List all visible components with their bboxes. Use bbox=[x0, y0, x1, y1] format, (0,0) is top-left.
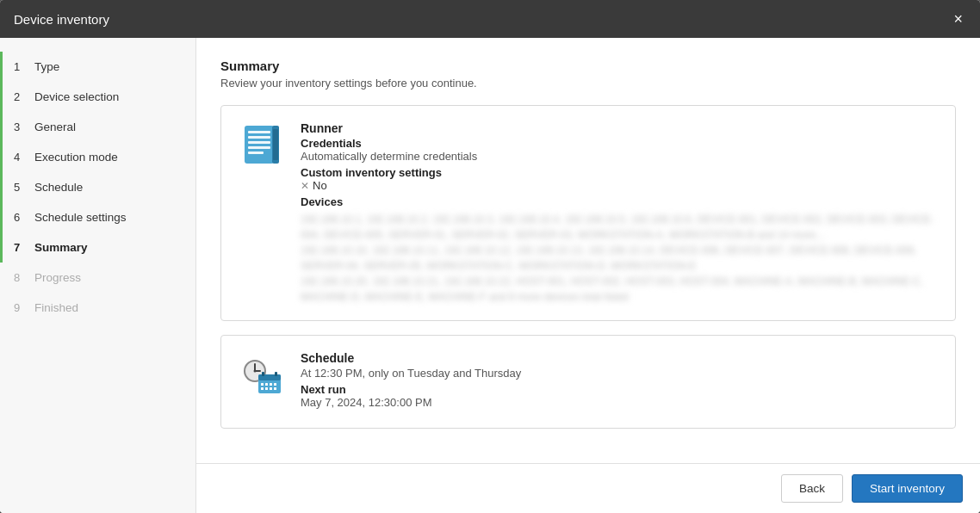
step-number: 8 bbox=[14, 271, 26, 284]
schedule-value: At 12:30 PM, only on Tuesday and Thursda… bbox=[301, 367, 938, 380]
step-number: 6 bbox=[14, 211, 26, 224]
sidebar-item-summary[interactable]: 7Summary bbox=[0, 232, 195, 263]
runner-icon bbox=[239, 121, 285, 168]
device-inventory-modal: Device inventory × 1Type2Device selectio… bbox=[0, 0, 980, 513]
runner-title: Runner bbox=[301, 121, 938, 135]
svg-rect-16 bbox=[275, 372, 277, 376]
svg-rect-3 bbox=[248, 141, 270, 144]
devices-label: Devices bbox=[301, 195, 938, 208]
devices-blurred-value: 192.168.10.1, 192.168.10.2, 192.168.10.3… bbox=[301, 212, 938, 305]
step-number: 4 bbox=[14, 151, 26, 164]
modal-body: 1Type2Device selection3General4Execution… bbox=[0, 38, 980, 513]
step-label: Schedule settings bbox=[34, 211, 127, 224]
svg-rect-22 bbox=[265, 387, 268, 390]
sidebar-item-execution-mode[interactable]: 4Execution mode bbox=[0, 142, 195, 172]
svg-rect-18 bbox=[265, 383, 268, 386]
schedule-card: Schedule At 12:30 PM, only on Tuesday an… bbox=[220, 335, 956, 429]
modal-title: Device inventory bbox=[14, 12, 109, 27]
svg-rect-14 bbox=[258, 374, 281, 380]
section-title: Summary bbox=[220, 59, 956, 73]
svg-rect-1 bbox=[248, 131, 270, 133]
step-label: Execution mode bbox=[34, 151, 118, 164]
footer: Back Start inventory bbox=[196, 463, 980, 513]
step-label: Summary bbox=[34, 241, 88, 254]
sidebar-item-device-selection[interactable]: 2Device selection bbox=[0, 82, 195, 112]
step-number: 1 bbox=[14, 60, 26, 73]
step-number: 2 bbox=[14, 90, 26, 103]
svg-rect-5 bbox=[248, 151, 264, 154]
svg-rect-7 bbox=[273, 129, 278, 160]
schedule-title: Schedule bbox=[301, 351, 938, 365]
schedule-icon bbox=[239, 351, 285, 398]
step-label: General bbox=[34, 121, 76, 133]
runner-card: Runner Credentials Automatically determi… bbox=[220, 105, 956, 321]
sidebar-item-schedule-settings[interactable]: 6Schedule settings bbox=[0, 202, 195, 232]
main-content: Summary Review your inventory settings b… bbox=[196, 38, 980, 513]
svg-rect-21 bbox=[261, 387, 264, 390]
svg-rect-23 bbox=[270, 387, 272, 390]
content-area: Summary Review your inventory settings b… bbox=[196, 38, 980, 463]
custom-inventory-value: ✕ No bbox=[301, 179, 938, 192]
step-number: 7 bbox=[14, 241, 26, 254]
step-number: 9 bbox=[14, 301, 26, 314]
runner-card-body: Runner Credentials Automatically determi… bbox=[301, 121, 938, 305]
sidebar-item-progress: 8Progress bbox=[0, 263, 195, 293]
close-button[interactable]: × bbox=[950, 8, 966, 30]
svg-point-12 bbox=[254, 370, 257, 373]
step-number: 3 bbox=[14, 121, 26, 133]
back-button[interactable]: Back bbox=[781, 474, 843, 503]
sidebar-item-schedule[interactable]: 5Schedule bbox=[0, 172, 195, 202]
sidebar-item-finished: 9Finished bbox=[0, 293, 195, 323]
sidebar: 1Type2Device selection3General4Execution… bbox=[0, 38, 196, 513]
start-inventory-button[interactable]: Start inventory bbox=[852, 474, 963, 503]
svg-rect-2 bbox=[248, 136, 270, 139]
svg-rect-4 bbox=[248, 146, 270, 149]
svg-rect-19 bbox=[270, 383, 272, 386]
sidebar-item-type[interactable]: 1Type bbox=[0, 52, 195, 82]
sidebar-item-general[interactable]: 3General bbox=[0, 112, 195, 142]
step-label: Finished bbox=[34, 301, 78, 314]
modal-header: Device inventory × bbox=[0, 0, 980, 38]
section-subtitle: Review your inventory settings before yo… bbox=[220, 77, 956, 90]
step-label: Type bbox=[34, 60, 59, 73]
next-run-label: Next run bbox=[301, 383, 938, 396]
next-run-value: May 7, 2024, 12:30:00 PM bbox=[301, 396, 938, 409]
svg-rect-20 bbox=[274, 383, 276, 386]
schedule-card-body: Schedule At 12:30 PM, only on Tuesday an… bbox=[301, 351, 938, 412]
credentials-value: Automatically determine credentials bbox=[301, 150, 938, 163]
svg-rect-24 bbox=[274, 387, 276, 390]
step-label: Device selection bbox=[34, 90, 119, 103]
step-label: Progress bbox=[34, 271, 81, 284]
svg-rect-15 bbox=[262, 372, 264, 376]
step-number: 5 bbox=[14, 181, 26, 194]
custom-inventory-label: Custom inventory settings bbox=[301, 166, 938, 179]
credentials-label: Credentials bbox=[301, 137, 938, 150]
step-label: Schedule bbox=[34, 181, 83, 194]
svg-rect-17 bbox=[261, 383, 264, 386]
x-icon: ✕ bbox=[301, 180, 309, 192]
